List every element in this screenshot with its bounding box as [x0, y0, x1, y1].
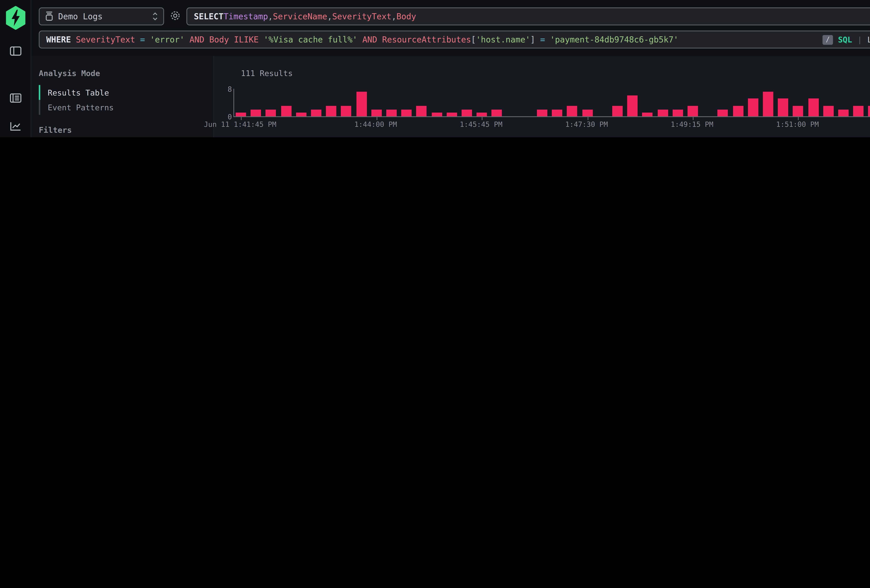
source-selector-label: Demo Logs	[58, 12, 103, 21]
query-toolbar: Demo Logs SELECT Timestamp, ServiceName,…	[31, 0, 870, 56]
source-settings-button[interactable]	[170, 9, 180, 24]
results-histogram[interactable]: 8 0 Jun 11 1:41:45 PM1:44:00 PM1:45:45 P…	[225, 89, 870, 128]
analysis-mode-title: Analysis Mode	[39, 68, 206, 77]
x-axis-tick-label: 1:44:00 PM	[355, 120, 397, 128]
chevron-updown-icon	[152, 12, 158, 21]
results-panel: 111 Results Scanned Rows: 8192 8 0 Jun 1…	[214, 56, 870, 137]
filters-title: Filters	[39, 125, 206, 134]
left-nav-rail: ? U	[0, 0, 31, 137]
y-axis-max: 8	[228, 85, 232, 93]
chart-explorer-icon[interactable]	[7, 120, 24, 133]
x-axis-tick-label: 1:49:15 PM	[671, 120, 714, 128]
x-axis-labels: Jun 11 1:41:45 PM1:44:00 PM1:45:45 PM1:4…	[233, 117, 870, 128]
where-query-input[interactable]: WHERE SeverityText = 'error' AND Body IL…	[39, 31, 870, 49]
tab-results-table[interactable]: Results Table	[39, 85, 206, 100]
gear-icon	[170, 9, 180, 24]
select-query-input[interactable]: SELECT Timestamp, ServiceName, SeverityT…	[186, 7, 870, 25]
slash-shortcut-badge: /	[823, 34, 833, 45]
x-axis-tick-label: Jun 11 1:41:45 PM	[204, 120, 277, 128]
tab-event-patterns[interactable]: Event Patterns	[39, 100, 206, 115]
y-axis-min: 0	[228, 113, 232, 121]
lucene-mode-toggle[interactable]: Lucene	[867, 35, 870, 44]
database-icon	[45, 9, 54, 24]
x-axis-tick-label: 1:45:45 PM	[460, 120, 502, 128]
histogram-bars[interactable]	[233, 89, 870, 117]
hyperdx-logo-icon[interactable]	[5, 6, 26, 33]
source-selector[interactable]: Demo Logs	[39, 7, 164, 25]
x-axis-tick-label: 1:47:30 PM	[565, 120, 608, 128]
y-axis-labels: 8 0	[225, 89, 233, 117]
sql-mode-toggle[interactable]: SQL	[838, 35, 852, 44]
where-query-text: WHERE SeverityText = 'error' AND Body IL…	[46, 34, 678, 45]
results-count: 111 Results	[241, 68, 293, 77]
app-window: ? U Demo Logs	[0, 0, 870, 137]
collapse-sidebar-icon[interactable]	[7, 45, 24, 57]
search-logs-icon[interactable]	[7, 92, 24, 104]
x-axis-tick-label: 1:51:00 PM	[776, 120, 819, 128]
toggle-divider: |	[857, 35, 862, 44]
filters-sidebar: Analysis Mode Results Table Event Patter…	[31, 56, 214, 137]
